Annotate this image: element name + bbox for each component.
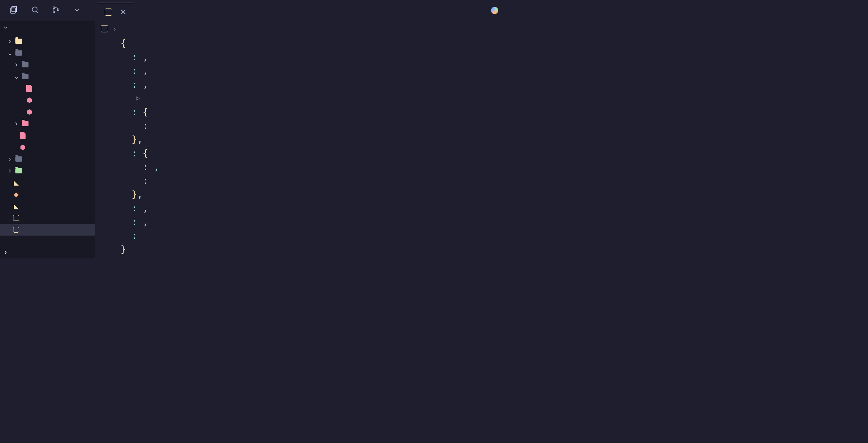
line-number bbox=[95, 174, 114, 188]
explorer-sidebar: › ⌄ › ⌄ bbox=[0, 21, 95, 258]
project-header[interactable] bbox=[0, 21, 95, 35]
chevron-down-icon: ⌄ bbox=[14, 72, 19, 81]
code-line: : , bbox=[121, 202, 506, 215]
tree-folder-dotdataconnect[interactable]: › bbox=[0, 59, 95, 71]
graphql-icon: ⬢ bbox=[26, 108, 33, 116]
status-indicator[interactable] bbox=[491, 7, 498, 14]
line-number bbox=[95, 105, 114, 119]
folder-icon bbox=[22, 62, 29, 67]
tree-file-movie-insert-gql[interactable]: ⬢ bbox=[0, 141, 95, 153]
graphql-icon: ⬢ bbox=[26, 96, 33, 104]
folder-icon bbox=[22, 74, 29, 79]
tree-folder-dataconnect[interactable]: ⌄ bbox=[0, 47, 95, 59]
line-numbers bbox=[95, 37, 121, 258]
breadcrumb[interactable]: › bbox=[95, 21, 506, 37]
code-line: : bbox=[121, 229, 506, 243]
chevron-down-icon bbox=[3, 24, 8, 32]
pie-chart-icon bbox=[491, 7, 498, 14]
git-icon: ◆ bbox=[12, 191, 20, 198]
line-number bbox=[95, 215, 114, 229]
firebase-icon: ◣ bbox=[12, 179, 20, 186]
line-number bbox=[95, 257, 114, 258]
activity-icons bbox=[0, 5, 81, 16]
line-number bbox=[95, 229, 114, 243]
close-icon[interactable]: ✕ bbox=[120, 7, 126, 17]
line-number bbox=[95, 146, 114, 160]
chevron-right-icon: › bbox=[7, 37, 12, 45]
code-line: }, bbox=[121, 133, 506, 146]
line-number bbox=[95, 37, 114, 50]
tree-file-firebaserc[interactable]: ◣ bbox=[0, 177, 95, 189]
breadcrumb-separator: › bbox=[113, 24, 116, 33]
line-number bbox=[95, 78, 114, 92]
tree-folder-connector[interactable]: ⌄ bbox=[0, 71, 95, 82]
tree-file-connector-yaml[interactable] bbox=[0, 82, 95, 94]
chevron-right-icon: › bbox=[14, 120, 19, 128]
tree-file-package-lock-json[interactable] bbox=[0, 212, 95, 224]
code-line: : bbox=[121, 174, 506, 188]
code-line: { bbox=[121, 37, 506, 50]
svg-line-3 bbox=[36, 11, 38, 13]
code-line: : { bbox=[121, 146, 506, 160]
tree-folder-movies-generated[interactable]: › bbox=[0, 153, 95, 165]
folder-icon bbox=[15, 50, 22, 56]
svg-point-2 bbox=[32, 7, 37, 12]
json-file-icon bbox=[12, 215, 20, 221]
tab-bar: ✕ bbox=[98, 0, 134, 21]
chevron-right-icon: › bbox=[7, 167, 12, 175]
svg-rect-0 bbox=[12, 6, 17, 12]
play-icon bbox=[135, 96, 140, 101]
files-icon[interactable] bbox=[9, 5, 18, 16]
line-number bbox=[95, 50, 114, 64]
line-number bbox=[95, 202, 114, 215]
line-number bbox=[95, 133, 114, 146]
debug-codelens[interactable] bbox=[121, 92, 506, 105]
debug-lens-gutter bbox=[95, 92, 114, 105]
search-icon[interactable] bbox=[31, 6, 39, 15]
tree-file-queries-gql[interactable]: ⬢ bbox=[0, 106, 95, 118]
outline-section[interactable]: › bbox=[0, 246, 95, 258]
chevron-right-icon: › bbox=[7, 155, 12, 163]
line-number bbox=[95, 188, 114, 202]
tree-folder-schema[interactable]: › bbox=[0, 118, 95, 130]
code-line: }, bbox=[121, 188, 506, 202]
tree-folder-firebase[interactable]: › bbox=[0, 35, 95, 47]
editor-pane: › bbox=[95, 21, 506, 258]
tree-file-gitignore[interactable]: ◆ bbox=[0, 189, 95, 200]
source-control-icon[interactable] bbox=[52, 6, 60, 15]
code-line: : , bbox=[121, 64, 506, 78]
code-editor[interactable]: { : , : , : , : { : }, : { : , : }, : , bbox=[95, 37, 506, 258]
tree-file-package-json[interactable] bbox=[0, 224, 95, 236]
yaml-file-icon bbox=[26, 85, 33, 92]
firebase-icon: ◣ bbox=[12, 202, 20, 210]
chevron-down-icon: ⌄ bbox=[7, 49, 12, 57]
tree-file-mutations-gql[interactable]: ⬢ bbox=[0, 94, 95, 106]
code-line: : , bbox=[121, 215, 506, 229]
json-file-icon bbox=[12, 227, 20, 233]
svg-point-4 bbox=[53, 7, 55, 8]
folder-icon bbox=[15, 168, 22, 173]
code-line: : bbox=[121, 119, 506, 133]
tree-folder-node-modules[interactable]: › bbox=[0, 165, 95, 177]
folder-icon bbox=[15, 39, 22, 44]
code-line: : , bbox=[121, 160, 506, 174]
line-number bbox=[95, 119, 114, 133]
svg-point-6 bbox=[57, 9, 59, 10]
code-line: : { bbox=[121, 105, 506, 119]
code-body[interactable]: { : , : , : , : { : }, : { : , : }, : , bbox=[121, 37, 506, 258]
graphql-icon: ⬢ bbox=[19, 143, 26, 151]
tree-file-dataconnect-yaml[interactable] bbox=[0, 130, 95, 141]
code-line: : , bbox=[121, 50, 506, 64]
chevron-down-icon[interactable] bbox=[73, 6, 81, 15]
line-number bbox=[95, 243, 114, 257]
tree-file-firebase-json[interactable]: ◣ bbox=[0, 200, 95, 212]
line-number bbox=[95, 160, 114, 174]
tab-package-json[interactable]: ✕ bbox=[98, 3, 134, 21]
chevron-right-icon: › bbox=[5, 248, 7, 256]
chevron-right-icon: › bbox=[14, 61, 19, 69]
code-line bbox=[121, 257, 506, 258]
file-tree: › ⌄ › ⌄ bbox=[0, 35, 95, 246]
json-file-icon bbox=[105, 8, 112, 16]
yaml-file-icon bbox=[19, 132, 26, 139]
folder-icon bbox=[22, 121, 29, 126]
